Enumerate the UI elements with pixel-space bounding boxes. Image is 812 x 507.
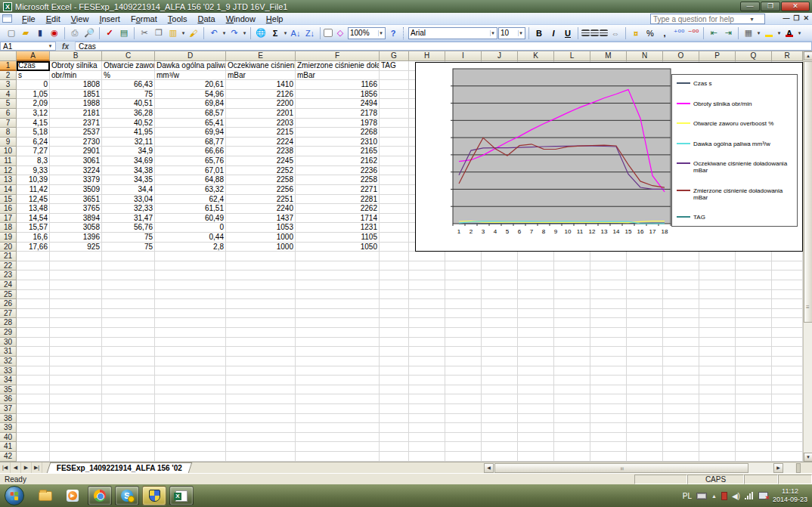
cell-E37[interactable] — [226, 404, 296, 414]
cell-C18[interactable]: 56,76 — [102, 223, 155, 233]
cell-E35[interactable] — [226, 385, 296, 395]
cell-I33[interactable] — [445, 366, 482, 376]
cell-G33[interactable] — [380, 366, 409, 376]
cell-O23[interactable] — [663, 271, 699, 280]
cell-D34[interactable] — [155, 376, 226, 385]
cell-C3[interactable]: 66,43 — [102, 80, 155, 90]
cell-A3[interactable]: 0 — [17, 80, 50, 90]
cell-F18[interactable]: 1231 — [296, 223, 380, 233]
cell-E34[interactable] — [226, 376, 296, 385]
cell-I36[interactable] — [445, 394, 482, 404]
chevron-down-icon[interactable]: ▾ — [749, 16, 755, 23]
cell-Q30[interactable] — [736, 338, 772, 348]
chevron-down-icon[interactable]: ▾ — [776, 30, 782, 36]
cell-O36[interactable] — [663, 394, 699, 404]
cell-F31[interactable] — [296, 347, 380, 357]
chevron-down-icon[interactable]: ▾ — [490, 30, 495, 36]
column-header-I[interactable]: I — [445, 51, 482, 61]
cell-E23[interactable] — [226, 271, 296, 280]
cell-L34[interactable] — [554, 376, 590, 385]
cell-B21[interactable] — [50, 252, 102, 261]
cell-K32[interactable] — [518, 357, 554, 366]
cell-G24[interactable] — [380, 280, 409, 290]
cell-E30[interactable] — [226, 338, 296, 348]
cell-I21[interactable] — [445, 252, 482, 261]
cell-B25[interactable] — [50, 290, 102, 300]
chevron-down-icon[interactable]: ▾ — [48, 43, 53, 49]
cell-L21[interactable] — [554, 252, 590, 261]
column-header-H[interactable]: H — [409, 51, 445, 61]
cell-L37[interactable] — [554, 404, 590, 414]
cell-D9[interactable]: 68,77 — [155, 138, 226, 147]
cell-G29[interactable] — [380, 328, 409, 338]
cell-Q32[interactable] — [736, 357, 772, 366]
cell-C33[interactable] — [102, 366, 155, 376]
cell-L27[interactable] — [554, 309, 590, 319]
cell-F25[interactable] — [296, 290, 380, 300]
cell-F7[interactable]: 1978 — [296, 119, 380, 128]
cell-A41[interactable] — [17, 442, 50, 452]
cell-P38[interactable] — [699, 414, 736, 424]
cell-O41[interactable] — [663, 442, 699, 452]
column-header-L[interactable]: L — [554, 51, 590, 61]
cell-F34[interactable] — [296, 376, 380, 385]
cell-A19[interactable]: 16,6 — [17, 233, 50, 243]
cell-O25[interactable] — [663, 290, 699, 300]
cell-I30[interactable] — [445, 338, 482, 348]
cell-A24[interactable] — [17, 280, 50, 290]
cell-A31[interactable] — [17, 347, 50, 357]
cell-J32[interactable] — [482, 357, 518, 366]
cell-H36[interactable] — [409, 394, 445, 404]
cell-H34[interactable] — [409, 376, 445, 385]
row-header-20[interactable]: 20 — [0, 243, 17, 252]
column-header-E[interactable]: E — [226, 51, 296, 61]
cell-R32[interactable] — [772, 357, 803, 366]
cell-H22[interactable] — [409, 261, 445, 271]
cell-L41[interactable] — [554, 442, 590, 452]
cell-D5[interactable]: 69,84 — [155, 99, 226, 109]
permission-icon[interactable]: ◉ — [48, 26, 61, 39]
cell-C23[interactable] — [102, 271, 155, 280]
cell-H40[interactable] — [409, 433, 445, 443]
cell-I38[interactable] — [445, 414, 482, 424]
row-header-18[interactable]: 18 — [0, 223, 17, 233]
cell-P35[interactable] — [699, 385, 736, 395]
cell-L31[interactable] — [554, 347, 590, 357]
cell-K41[interactable] — [518, 442, 554, 452]
cell-E42[interactable] — [226, 452, 296, 462]
cell-R23[interactable] — [772, 271, 803, 280]
row-header-25[interactable]: 25 — [0, 290, 17, 300]
cell-M24[interactable] — [590, 280, 627, 290]
cell-H30[interactable] — [409, 338, 445, 348]
cell-E27[interactable] — [226, 309, 296, 319]
cell-K24[interactable] — [518, 280, 554, 290]
menu-data[interactable]: Data — [192, 14, 220, 24]
cell-A29[interactable] — [17, 328, 50, 338]
cell-B38[interactable] — [50, 414, 102, 424]
cell-Q31[interactable] — [736, 347, 772, 357]
cell-F33[interactable] — [296, 366, 380, 376]
cell-Q40[interactable] — [736, 433, 772, 443]
cell-L25[interactable] — [554, 290, 590, 300]
cell-H39[interactable] — [409, 423, 445, 433]
cell-B11[interactable]: 3061 — [50, 156, 102, 166]
cell-D39[interactable] — [155, 423, 226, 433]
cell-O30[interactable] — [663, 338, 699, 348]
cell-H32[interactable] — [409, 357, 445, 366]
comma-icon[interactable]: , — [658, 26, 671, 39]
cell-K37[interactable] — [518, 404, 554, 414]
cell-M28[interactable] — [590, 318, 627, 328]
cell-A36[interactable] — [17, 394, 50, 404]
menu-help[interactable]: Help — [261, 14, 289, 24]
row-header-32[interactable]: 32 — [0, 357, 17, 366]
cell-P29[interactable] — [699, 328, 736, 338]
cell-F21[interactable] — [296, 252, 380, 261]
cell-G14[interactable] — [380, 185, 409, 195]
cell-H29[interactable] — [409, 328, 445, 338]
cell-B29[interactable] — [50, 328, 102, 338]
cell-J21[interactable] — [482, 252, 518, 261]
cell-A18[interactable]: 15,57 — [17, 223, 50, 233]
tab-next-icon[interactable]: ▶ — [21, 462, 32, 473]
row-header-13[interactable]: 13 — [0, 175, 17, 185]
cell-N37[interactable] — [627, 404, 663, 414]
